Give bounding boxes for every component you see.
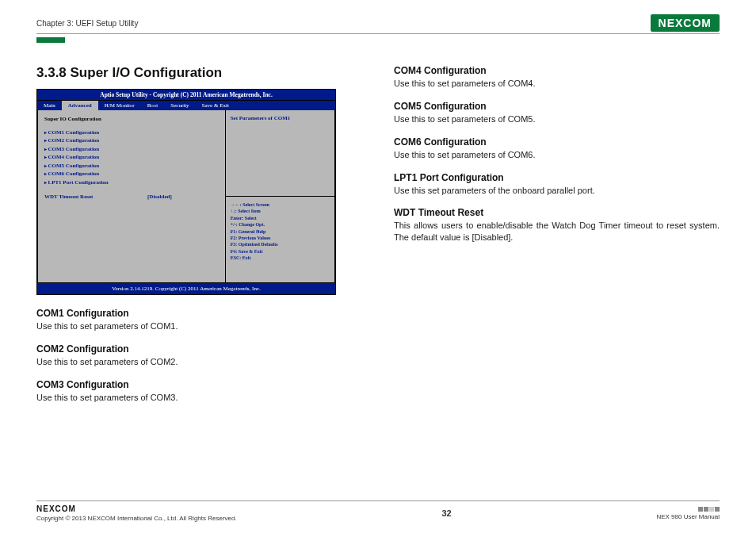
desc-com4: COM4 Configuration Use this to set param… (394, 65, 720, 90)
bios-tab-save-exit[interactable]: Save & Exit (196, 101, 235, 110)
brand-logo: NEXCOM (651, 14, 720, 32)
desc-body: Use this to set parameters of COM1. (36, 320, 362, 332)
bios-footer: Version 2.14.1219. Copyright (C) 2011 Am… (37, 283, 335, 294)
desc-com2: COM2 Configuration Use this to set param… (36, 343, 362, 368)
bios-key-help: →←: Select Screen ↑↓: Select Item Enter:… (226, 197, 334, 282)
desc-title: COM6 Configuration (394, 136, 720, 148)
desc-title: COM1 Configuration (36, 308, 362, 319)
desc-body: Use this to set parameters of COM5. (394, 113, 720, 125)
bios-tab-main[interactable]: Main (37, 101, 62, 110)
bios-menu-com1[interactable]: COM1 Configuration (44, 128, 219, 137)
bios-help-text: Set Parameters of COM1 (226, 110, 334, 197)
header-bar: Chapter 3: UEFI Setup Utility NEXCOM (36, 14, 720, 34)
bios-menu-com4[interactable]: COM4 Configuration (44, 153, 219, 162)
bios-screenshot: Aptio Setup Utility - Copyright (C) 2011… (36, 89, 336, 295)
chapter-label: Chapter 3: UEFI Setup Utility (36, 19, 138, 28)
bios-tab-bar: Main Advanced H/M Monitor Boot Security … (37, 100, 335, 110)
bios-tab-advanced[interactable]: Advanced (62, 101, 98, 110)
bios-tab-boot[interactable]: Boot (141, 101, 165, 110)
footer-decoration-icon (698, 507, 720, 512)
desc-com5: COM5 Configuration Use this to set param… (394, 101, 720, 125)
desc-title: COM2 Configuration (36, 343, 362, 355)
desc-title: WDT Timeout Reset (394, 207, 720, 218)
bios-panel-header: Super IO Configuration (44, 115, 219, 124)
bios-menu-com5[interactable]: COM5 Configuration (44, 162, 219, 171)
desc-body: Use this to set parameters of COM4. (394, 78, 720, 90)
desc-title: COM4 Configuration (394, 65, 720, 76)
desc-body: Use this set parameters of the onboard p… (394, 185, 720, 197)
footer-logo: NEXCOM (36, 504, 237, 513)
bios-tab-hm-monitor[interactable]: H/M Monitor (98, 101, 141, 110)
bios-menu-panel: Super IO Configuration COM1 Configuratio… (38, 110, 226, 282)
desc-title: COM5 Configuration (394, 101, 720, 112)
bios-wdt-row[interactable]: WDT Timeout Reset [Disabled] (44, 193, 219, 201)
desc-title: LPT1 Port Configuration (394, 172, 720, 183)
bios-wdt-value: [Disabled] (147, 193, 172, 201)
bios-menu-com3[interactable]: COM3 Configuration (44, 145, 219, 154)
footer-manual: NEX 980 User Manual (656, 513, 720, 520)
page-number: 32 (441, 508, 451, 518)
section-title: 3.3.8 Super I/O Configuration (36, 65, 362, 81)
desc-com1: COM1 Configuration Use this to set param… (36, 308, 362, 332)
desc-lpt1: LPT1 Port Configuration Use this set par… (394, 172, 720, 197)
desc-title: COM3 Configuration (36, 379, 362, 390)
desc-body: Use this to set parameters of COM2. (36, 356, 362, 368)
page-footer: NEXCOM Copyright © 2013 NEXCOM Internati… (36, 500, 720, 522)
bios-menu-lpt1[interactable]: LPT1 Port Configuration (44, 178, 219, 187)
desc-com6: COM6 Configuration Use this to set param… (394, 136, 720, 161)
desc-body: Use this to set parameters of COM3. (36, 392, 362, 404)
accent-bar (36, 37, 65, 43)
desc-wdt: WDT Timeout Reset This allows users to e… (394, 207, 720, 243)
bios-wdt-label: WDT Timeout Reset (44, 193, 147, 201)
desc-body: This allows users to enable/disable the … (394, 220, 720, 243)
bios-menu-com2[interactable]: COM2 Configuration (44, 136, 219, 145)
bios-tab-security[interactable]: Security (164, 101, 195, 110)
desc-body: Use this to set parameters of COM6. (394, 149, 720, 161)
desc-com3: COM3 Configuration Use this to set param… (36, 379, 362, 404)
footer-copyright: Copyright © 2013 NEXCOM International Co… (36, 515, 237, 522)
bios-title: Aptio Setup Utility - Copyright (C) 2011… (37, 90, 335, 100)
bios-menu-com6[interactable]: COM6 Configuration (44, 170, 219, 178)
